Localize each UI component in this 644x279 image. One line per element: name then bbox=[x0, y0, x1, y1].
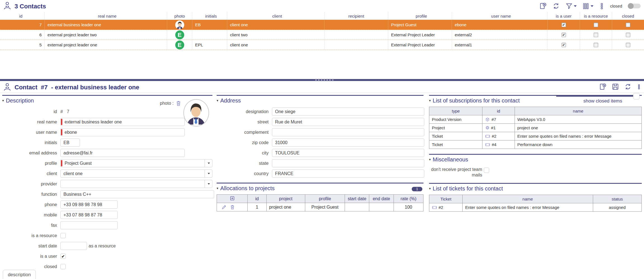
save-icon[interactable] bbox=[612, 83, 619, 90]
subscription-row: Product Version #7 WebApps V3.0 bbox=[429, 115, 642, 124]
phone-field[interactable] bbox=[60, 201, 118, 209]
cell-profile: External Project Leader bbox=[388, 40, 452, 50]
col-header-real-name[interactable]: real name bbox=[45, 12, 167, 20]
initial-letter-badge: E bbox=[175, 40, 184, 49]
col-header-initials[interactable]: initials bbox=[192, 12, 227, 20]
refresh-icon[interactable] bbox=[552, 2, 560, 10]
start-date-field[interactable] bbox=[60, 242, 87, 250]
alloc-col-id: id bbox=[248, 195, 266, 203]
col-header-is-a-resource[interactable]: is a resource bbox=[580, 12, 612, 20]
col-header-profile[interactable]: profile bbox=[388, 12, 452, 20]
provider-label: provider bbox=[2, 181, 60, 187]
menu-icon[interactable] bbox=[599, 3, 605, 10]
col-header-id[interactable]: id bbox=[0, 12, 45, 20]
ticket-row: #2 Enter some quotes on filed names : er… bbox=[429, 203, 642, 212]
closed-checkbox[interactable] bbox=[626, 33, 630, 37]
mobile-field[interactable] bbox=[60, 211, 118, 219]
col-header-photo[interactable]: photo bbox=[167, 12, 192, 20]
splitter-grip-icon bbox=[315, 80, 334, 80]
miscellaneous-section: ▾Miscellaneous don't receive project tea… bbox=[429, 154, 642, 178]
closed-checkbox[interactable] bbox=[60, 264, 66, 269]
complement-field[interactable] bbox=[272, 128, 424, 136]
show-closed-checkbox[interactable] bbox=[633, 93, 640, 99]
cell-recipient bbox=[325, 30, 388, 40]
section-title[interactable]: ▾Miscellaneous bbox=[429, 156, 642, 163]
description-section: ▾Description photo : bbox=[2, 95, 212, 271]
fax-field[interactable] bbox=[60, 221, 118, 229]
zip-code-field[interactable] bbox=[272, 139, 424, 147]
subscription-row: Project ⚙#1 project one bbox=[429, 124, 642, 132]
section-title[interactable]: ▾Address bbox=[217, 97, 423, 104]
alloc-col-end-date: end date bbox=[369, 195, 394, 203]
table-row[interactable]: 6 external project leader two E client t… bbox=[0, 30, 644, 40]
col-header-client[interactable]: client bbox=[227, 12, 325, 20]
panel-splitter[interactable] bbox=[0, 79, 644, 81]
photo-label: photo : bbox=[160, 101, 174, 106]
table-row[interactable]: 7 external business leader one EB client… bbox=[0, 20, 644, 30]
user-name-field[interactable] bbox=[60, 128, 185, 136]
section-title[interactable]: ▾List of tickets for this contact bbox=[429, 185, 642, 192]
alloc-project: project one bbox=[266, 203, 305, 211]
client-label: client bbox=[2, 171, 60, 176]
start-date-suffix: as a resource bbox=[89, 244, 116, 249]
edit-pencil-icon[interactable] bbox=[221, 204, 227, 210]
col-header-recipient[interactable]: recipient bbox=[325, 12, 388, 20]
closed-toggle[interactable] bbox=[628, 4, 641, 8]
is-a-resource-checkbox[interactable] bbox=[594, 33, 598, 37]
columns-icon[interactable] bbox=[582, 3, 593, 10]
trash-icon[interactable] bbox=[230, 204, 235, 210]
add-icon[interactable] bbox=[599, 83, 607, 90]
is-a-user-checkbox[interactable] bbox=[562, 33, 566, 37]
tab-description[interactable]: description bbox=[3, 270, 36, 279]
chevron-down-icon[interactable] bbox=[205, 159, 212, 167]
provider-select[interactable] bbox=[60, 180, 212, 188]
col-header-user-name[interactable]: user name bbox=[452, 12, 548, 20]
real-name-field[interactable] bbox=[60, 118, 185, 126]
is-a-resource-checkbox[interactable] bbox=[594, 43, 598, 47]
country-field[interactable] bbox=[272, 170, 424, 178]
function-field[interactable] bbox=[60, 190, 214, 198]
is-a-resource-checkbox[interactable] bbox=[594, 23, 598, 27]
profile-select[interactable] bbox=[60, 159, 212, 167]
email-field[interactable] bbox=[60, 149, 185, 157]
trash-icon[interactable] bbox=[176, 100, 181, 106]
refresh-icon[interactable] bbox=[624, 83, 632, 90]
is-a-user-checkbox[interactable] bbox=[562, 23, 566, 27]
city-field[interactable] bbox=[272, 149, 424, 157]
is-a-user-checkbox[interactable] bbox=[562, 43, 566, 47]
add-icon[interactable] bbox=[539, 2, 547, 10]
street-field[interactable] bbox=[272, 118, 424, 126]
real-name-label: real name bbox=[2, 119, 60, 125]
cell-initials bbox=[192, 30, 227, 40]
initials-field[interactable] bbox=[60, 139, 80, 147]
is-a-user-checkbox[interactable] bbox=[60, 254, 66, 259]
dont-receive-mails-checkbox[interactable] bbox=[484, 168, 489, 173]
designation-field[interactable] bbox=[272, 108, 424, 116]
contact-photo[interactable] bbox=[183, 99, 209, 127]
subs-type: Ticket bbox=[429, 140, 482, 149]
add-row-button[interactable] bbox=[230, 196, 235, 201]
client-select[interactable] bbox=[60, 170, 212, 178]
closed-checkbox[interactable] bbox=[626, 23, 630, 27]
chevron-down-icon[interactable] bbox=[205, 180, 212, 188]
chevron-down-icon[interactable] bbox=[205, 170, 212, 177]
col-header-closed[interactable]: closed bbox=[612, 12, 644, 20]
closed-checkbox[interactable] bbox=[626, 43, 630, 47]
cell-real-name: external project leader two bbox=[45, 30, 167, 40]
subscriptions-section: show closed items ▾List of subscriptions… bbox=[429, 95, 642, 149]
is-a-resource-checkbox[interactable] bbox=[60, 233, 66, 238]
email-label: email address bbox=[2, 150, 60, 156]
filter-icon[interactable] bbox=[565, 3, 577, 10]
country-label: country bbox=[217, 171, 272, 176]
profile-label: profile bbox=[2, 161, 60, 166]
menu-icon[interactable] bbox=[637, 84, 641, 90]
show-closed-label[interactable]: show closed items bbox=[583, 98, 622, 104]
subs-id: #7 bbox=[491, 117, 496, 122]
required-marker bbox=[61, 119, 62, 125]
state-field[interactable] bbox=[272, 159, 424, 167]
designation-label: designation bbox=[217, 109, 272, 114]
id-value: 7 bbox=[67, 109, 69, 114]
col-header-is-a-user[interactable]: is a user bbox=[548, 12, 580, 20]
section-title[interactable]: ▾Allocations to projects bbox=[217, 185, 423, 192]
table-row[interactable]: 5 external project leader one E EPL clie… bbox=[0, 40, 644, 50]
